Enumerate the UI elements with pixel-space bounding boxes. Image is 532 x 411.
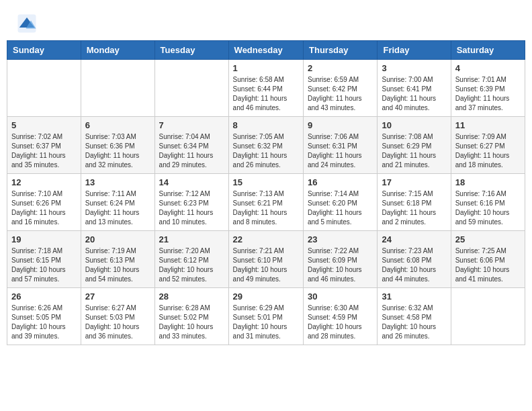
calendar-day-cell: 5Sunrise: 7:02 AM Sunset: 6:37 PM Daylig… bbox=[7, 117, 81, 174]
calendar-day-cell: 6Sunrise: 7:03 AM Sunset: 6:36 PM Daylig… bbox=[81, 117, 154, 174]
day-info: Sunrise: 7:03 AM Sunset: 6:36 PM Dayligh… bbox=[85, 132, 150, 170]
calendar-day-cell: 31Sunrise: 6:32 AM Sunset: 4:58 PM Dayli… bbox=[378, 288, 451, 345]
day-info: Sunrise: 7:04 AM Sunset: 6:34 PM Dayligh… bbox=[159, 132, 224, 170]
calendar-day-cell: 29Sunrise: 6:29 AM Sunset: 5:01 PM Dayli… bbox=[228, 288, 303, 345]
calendar-day-cell: 4Sunrise: 7:01 AM Sunset: 6:39 PM Daylig… bbox=[451, 60, 525, 117]
day-info: Sunrise: 7:00 AM Sunset: 6:41 PM Dayligh… bbox=[382, 75, 446, 113]
day-info: Sunrise: 7:22 AM Sunset: 6:09 PM Dayligh… bbox=[308, 246, 373, 284]
calendar-day-cell: 1Sunrise: 6:58 AM Sunset: 6:44 PM Daylig… bbox=[228, 60, 303, 117]
day-number: 24 bbox=[382, 234, 446, 244]
day-info: Sunrise: 7:05 AM Sunset: 6:32 PM Dayligh… bbox=[233, 132, 299, 170]
day-info: Sunrise: 7:09 AM Sunset: 6:27 PM Dayligh… bbox=[455, 132, 521, 170]
calendar-day-cell: 15Sunrise: 7:13 AM Sunset: 6:21 PM Dayli… bbox=[228, 174, 303, 231]
calendar-day-cell bbox=[81, 60, 154, 117]
calendar-day-cell: 30Sunrise: 6:30 AM Sunset: 4:59 PM Dayli… bbox=[304, 288, 378, 345]
day-number: 4 bbox=[455, 63, 521, 73]
day-number: 1 bbox=[233, 63, 299, 73]
day-info: Sunrise: 7:18 AM Sunset: 6:15 PM Dayligh… bbox=[11, 246, 77, 284]
calendar-week-row: 12Sunrise: 7:10 AM Sunset: 6:26 PM Dayli… bbox=[7, 174, 525, 231]
calendar-day-cell bbox=[451, 288, 525, 345]
calendar-day-cell: 19Sunrise: 7:18 AM Sunset: 6:15 PM Dayli… bbox=[7, 231, 81, 288]
logo bbox=[17, 13, 40, 34]
day-info: Sunrise: 6:32 AM Sunset: 4:58 PM Dayligh… bbox=[382, 304, 446, 341]
day-info: Sunrise: 7:19 AM Sunset: 6:13 PM Dayligh… bbox=[85, 246, 150, 284]
day-number: 26 bbox=[11, 291, 77, 302]
calendar-day-cell: 2Sunrise: 6:59 AM Sunset: 6:42 PM Daylig… bbox=[304, 60, 378, 117]
day-info: Sunrise: 7:20 AM Sunset: 6:12 PM Dayligh… bbox=[159, 246, 224, 284]
calendar-day-cell: 21Sunrise: 7:20 AM Sunset: 6:12 PM Dayli… bbox=[154, 231, 228, 288]
day-info: Sunrise: 7:08 AM Sunset: 6:29 PM Dayligh… bbox=[382, 132, 446, 170]
calendar-day-cell: 22Sunrise: 7:21 AM Sunset: 6:10 PM Dayli… bbox=[228, 231, 303, 288]
day-info: Sunrise: 7:06 AM Sunset: 6:31 PM Dayligh… bbox=[308, 132, 373, 170]
day-number: 17 bbox=[382, 177, 446, 187]
day-of-week-header: Tuesday bbox=[154, 41, 228, 60]
day-info: Sunrise: 7:11 AM Sunset: 6:24 PM Dayligh… bbox=[85, 189, 150, 227]
calendar-day-cell: 14Sunrise: 7:12 AM Sunset: 6:23 PM Dayli… bbox=[154, 174, 228, 231]
calendar-week-row: 5Sunrise: 7:02 AM Sunset: 6:37 PM Daylig… bbox=[7, 117, 525, 174]
day-of-week-header: Wednesday bbox=[228, 41, 303, 60]
day-info: Sunrise: 6:58 AM Sunset: 6:44 PM Dayligh… bbox=[233, 75, 299, 113]
calendar-day-cell: 16Sunrise: 7:14 AM Sunset: 6:20 PM Dayli… bbox=[304, 174, 378, 231]
day-of-week-header: Friday bbox=[378, 41, 451, 60]
day-number: 31 bbox=[382, 291, 446, 302]
calendar-day-cell: 10Sunrise: 7:08 AM Sunset: 6:29 PM Dayli… bbox=[378, 117, 451, 174]
day-of-week-header: Monday bbox=[81, 41, 154, 60]
day-info: Sunrise: 6:28 AM Sunset: 5:02 PM Dayligh… bbox=[159, 304, 224, 341]
day-number: 5 bbox=[11, 120, 77, 130]
calendar-day-cell: 18Sunrise: 7:16 AM Sunset: 6:16 PM Dayli… bbox=[451, 174, 525, 231]
day-number: 27 bbox=[85, 291, 150, 302]
calendar-day-cell: 7Sunrise: 7:04 AM Sunset: 6:34 PM Daylig… bbox=[154, 117, 228, 174]
day-of-week-header: Thursday bbox=[304, 41, 378, 60]
day-info: Sunrise: 7:13 AM Sunset: 6:21 PM Dayligh… bbox=[233, 189, 299, 227]
day-number: 20 bbox=[85, 234, 150, 244]
calendar-day-cell: 25Sunrise: 7:25 AM Sunset: 6:06 PM Dayli… bbox=[451, 231, 525, 288]
day-number: 19 bbox=[11, 234, 77, 244]
day-number: 30 bbox=[308, 291, 373, 302]
calendar-day-cell: 28Sunrise: 6:28 AM Sunset: 5:02 PM Dayli… bbox=[154, 288, 228, 345]
day-number: 11 bbox=[455, 120, 521, 130]
day-number: 3 bbox=[382, 63, 446, 73]
calendar-day-cell: 3Sunrise: 7:00 AM Sunset: 6:41 PM Daylig… bbox=[378, 60, 451, 117]
day-info: Sunrise: 7:10 AM Sunset: 6:26 PM Dayligh… bbox=[11, 189, 77, 227]
calendar-day-cell: 27Sunrise: 6:27 AM Sunset: 5:03 PM Dayli… bbox=[81, 288, 154, 345]
day-of-week-header: Saturday bbox=[451, 41, 525, 60]
calendar-day-cell: 23Sunrise: 7:22 AM Sunset: 6:09 PM Dayli… bbox=[304, 231, 378, 288]
day-info: Sunrise: 7:01 AM Sunset: 6:39 PM Dayligh… bbox=[455, 75, 521, 113]
calendar-week-row: 19Sunrise: 7:18 AM Sunset: 6:15 PM Dayli… bbox=[7, 231, 525, 288]
day-number: 2 bbox=[308, 63, 373, 73]
calendar-day-cell: 11Sunrise: 7:09 AM Sunset: 6:27 PM Dayli… bbox=[451, 117, 525, 174]
day-info: Sunrise: 6:26 AM Sunset: 5:05 PM Dayligh… bbox=[11, 304, 77, 341]
calendar-day-cell: 26Sunrise: 6:26 AM Sunset: 5:05 PM Dayli… bbox=[7, 288, 81, 345]
day-number: 21 bbox=[159, 234, 224, 244]
calendar-day-cell bbox=[7, 60, 81, 117]
day-info: Sunrise: 7:16 AM Sunset: 6:16 PM Dayligh… bbox=[455, 189, 521, 227]
day-number: 28 bbox=[159, 291, 224, 302]
day-number: 18 bbox=[455, 177, 521, 187]
calendar-day-cell bbox=[154, 60, 228, 117]
day-number: 14 bbox=[159, 177, 224, 187]
day-number: 8 bbox=[233, 120, 299, 130]
day-info: Sunrise: 7:21 AM Sunset: 6:10 PM Dayligh… bbox=[233, 246, 299, 284]
day-info: Sunrise: 6:27 AM Sunset: 5:03 PM Dayligh… bbox=[85, 304, 150, 341]
day-number: 25 bbox=[455, 234, 521, 244]
day-info: Sunrise: 7:23 AM Sunset: 6:08 PM Dayligh… bbox=[382, 246, 446, 284]
header bbox=[7, 7, 525, 37]
day-info: Sunrise: 7:12 AM Sunset: 6:23 PM Dayligh… bbox=[159, 189, 224, 227]
calendar-table: SundayMondayTuesdayWednesdayThursdayFrid… bbox=[7, 40, 525, 345]
calendar-day-cell: 13Sunrise: 7:11 AM Sunset: 6:24 PM Dayli… bbox=[81, 174, 154, 231]
calendar-week-row: 26Sunrise: 6:26 AM Sunset: 5:05 PM Dayli… bbox=[7, 288, 525, 345]
day-number: 9 bbox=[308, 120, 373, 130]
day-number: 12 bbox=[11, 177, 77, 187]
day-info: Sunrise: 7:02 AM Sunset: 6:37 PM Dayligh… bbox=[11, 132, 77, 170]
day-info: Sunrise: 7:25 AM Sunset: 6:06 PM Dayligh… bbox=[455, 246, 521, 284]
day-number: 23 bbox=[308, 234, 373, 244]
calendar-day-cell: 9Sunrise: 7:06 AM Sunset: 6:31 PM Daylig… bbox=[304, 117, 378, 174]
day-of-week-header: Sunday bbox=[7, 41, 81, 60]
day-number: 29 bbox=[233, 291, 299, 302]
day-info: Sunrise: 6:59 AM Sunset: 6:42 PM Dayligh… bbox=[308, 75, 373, 113]
calendar-day-cell: 8Sunrise: 7:05 AM Sunset: 6:32 PM Daylig… bbox=[228, 117, 303, 174]
day-number: 6 bbox=[85, 120, 150, 130]
day-number: 16 bbox=[308, 177, 373, 187]
logo-icon bbox=[17, 13, 37, 34]
day-info: Sunrise: 7:14 AM Sunset: 6:20 PM Dayligh… bbox=[308, 189, 373, 227]
